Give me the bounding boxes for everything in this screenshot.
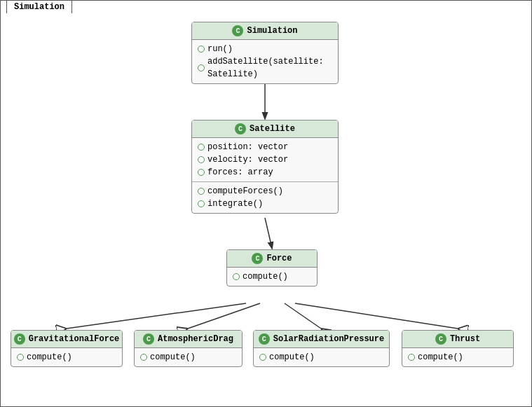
simulation-method-1: run() (198, 43, 332, 55)
method-icon (233, 273, 240, 280)
class-gravitational: C GravitationalForce compute() (11, 330, 123, 367)
class-thrust: C Thrust compute() (402, 330, 514, 367)
class-simulation: C Simulation run() addSatellite(satellit… (191, 22, 339, 84)
svg-line-4 (285, 303, 321, 329)
svg-line-3 (188, 303, 260, 329)
satellite-attributes: position: vector velocity: vector forces… (192, 138, 338, 181)
simulation-name: Simulation (247, 26, 297, 36)
method-icon (198, 64, 205, 71)
gravitational-name: GravitationalForce (29, 334, 120, 344)
class-force: C Force compute() (226, 249, 318, 287)
svg-line-2 (67, 303, 246, 329)
attr-icon (198, 169, 205, 176)
solar-header: C SolarRadiationPressure (254, 331, 389, 348)
method-icon (17, 354, 24, 361)
method-icon (198, 46, 205, 53)
solar-methods: compute() (254, 348, 389, 366)
thrust-name: Thrust (450, 334, 480, 344)
method-icon (198, 200, 205, 207)
satellite-methods: computeForces() integrate() (192, 181, 338, 213)
satellite-header: C Satellite (192, 120, 338, 138)
method-icon (259, 354, 266, 361)
attr-icon (198, 156, 205, 163)
simulation-header: C Simulation (192, 22, 338, 40)
simulation-body: run() addSatellite(satellite: Satellite) (192, 40, 338, 83)
thrust-methods: compute() (402, 348, 513, 366)
attr-icon (198, 144, 205, 151)
force-header: C Force (227, 250, 317, 268)
atmospheric-icon: C (143, 333, 154, 345)
solar-icon: C (259, 333, 270, 345)
thrust-icon: C (435, 333, 446, 345)
atmospheric-header: C AtmosphericDrag (135, 331, 242, 348)
satellite-name: Satellite (250, 124, 295, 134)
simulation-method-2: addSatellite(satellite: Satellite) (198, 55, 332, 81)
diagram-container: Simulation C Simulation (0, 0, 532, 407)
gravitational-icon: C (14, 333, 25, 345)
method-icon (198, 188, 205, 195)
satellite-icon: C (235, 123, 246, 134)
gravitational-header: C GravitationalForce (11, 331, 122, 348)
force-icon: C (252, 253, 263, 264)
class-solar: C SolarRadiationPressure compute() (253, 330, 390, 367)
atmospheric-name: AtmosphericDrag (158, 334, 233, 344)
method-icon (140, 354, 147, 361)
diagram-tab: Simulation (6, 0, 72, 13)
atmospheric-methods: compute() (135, 348, 242, 366)
class-satellite: C Satellite position: vector velocity: v… (191, 120, 339, 214)
method-icon (408, 354, 415, 361)
force-methods: compute() (227, 268, 317, 286)
thrust-header: C Thrust (402, 331, 513, 348)
gravitational-methods: compute() (11, 348, 122, 366)
svg-line-1 (265, 218, 272, 248)
class-atmospheric: C AtmosphericDrag compute() (134, 330, 243, 367)
svg-line-5 (295, 303, 458, 329)
solar-name: SolarRadiationPressure (273, 334, 384, 344)
force-name: Force (266, 254, 292, 263)
simulation-icon: C (232, 25, 243, 36)
